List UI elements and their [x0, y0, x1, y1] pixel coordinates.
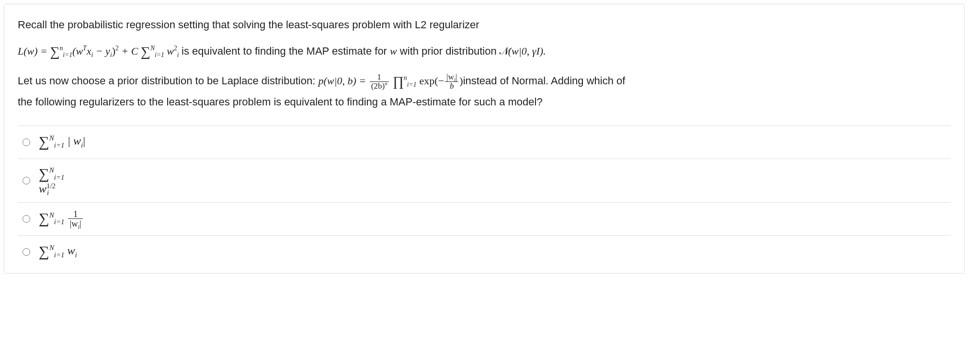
normal-args: (w|0, γI). — [508, 45, 546, 57]
option-d-radio[interactable] — [23, 248, 30, 256]
frac1-den: (2b)n — [370, 81, 389, 91]
exp-close: ) — [459, 75, 463, 87]
sum2: ∑ — [141, 44, 150, 59]
prompt-line4: the following regularizers to the least-… — [18, 96, 543, 108]
sum1-close: ) — [112, 45, 115, 57]
question-card: Recall the probabilistic regression sett… — [4, 4, 965, 274]
sum1-body-open: (w — [72, 45, 83, 57]
frac2-num: |wi| — [445, 73, 458, 81]
option-c-math: ∑Ni=1 1 |wi| — [39, 209, 84, 229]
prompt-line3-wrap: Let us now choose a prior distribution t… — [18, 70, 951, 111]
sum1-minus-y: − y — [93, 45, 110, 57]
w-var: w — [390, 45, 397, 57]
prompt-line3-after: instead of Normal. Adding which of — [463, 75, 626, 87]
option-d-math: ∑Ni=1 wi — [39, 243, 77, 260]
normal-N: 𝒩 — [500, 45, 508, 57]
frac2-den: b — [445, 81, 458, 91]
sum1-T: T — [83, 45, 87, 52]
sum2-wexp: 2 — [174, 45, 177, 52]
frac1-num: 1 — [370, 73, 389, 81]
prompt-line3a: Let us now choose a prior distribution t… — [18, 75, 318, 87]
sum2-bot: i=1 — [155, 51, 164, 58]
product-bot: i=1 — [407, 81, 417, 88]
prompt-line2: L(w) = ∑ni=1(wTxi − yi)2 + C ∑Ni=1 w2i i… — [18, 40, 951, 63]
sum1: ∑ — [50, 44, 59, 59]
option-b-radio[interactable] — [23, 177, 30, 184]
plus-C: + C — [119, 45, 141, 57]
option-d[interactable]: ∑Ni=1 wi — [18, 236, 951, 268]
option-c-radio[interactable] — [23, 215, 30, 223]
prompt-line1: Recall the probabilistic regression sett… — [18, 19, 479, 31]
prompt-line2-after: is equivalent to finding the MAP estimat… — [182, 45, 390, 57]
L-of-w: L(w) = — [18, 45, 50, 57]
option-c[interactable]: ∑Ni=1 1 |wi| — [18, 203, 951, 236]
laplace-p: p(w|0, b) = — [318, 75, 368, 87]
exp-open: exp(− — [420, 75, 444, 87]
option-a-radio[interactable] — [23, 138, 30, 146]
option-c-frac: 1 |wi| — [67, 209, 83, 229]
product: ∏ — [393, 74, 404, 89]
sum2-wi: i — [177, 51, 179, 58]
frac-wi-over-b: |wi| b — [444, 73, 459, 91]
frac-1-over-2bn: 1 (2b)n — [369, 73, 390, 91]
sum2-w: w — [164, 45, 174, 57]
question-prompt: Recall the probabilistic regression sett… — [18, 16, 951, 111]
product-top: n — [404, 75, 407, 82]
sum1-bot: i=1 — [63, 51, 72, 58]
option-a[interactable]: ∑Ni=1 | wi| — [18, 126, 951, 159]
option-b-math: ∑Ni=1 w1/2i — [39, 166, 78, 195]
sum2-top: N — [150, 45, 155, 52]
option-b[interactable]: ∑Ni=1 w1/2i — [18, 159, 951, 203]
sum1-sq: 2 — [115, 45, 119, 52]
option-a-math: ∑Ni=1 | wi| — [39, 134, 85, 150]
prompt-line2-after2: with prior distribution — [397, 45, 500, 57]
sum1-x: x — [87, 45, 91, 57]
options-list: ∑Ni=1 | wi| ∑Ni=1 w1/2i ∑Ni=1 1 |wi| ∑Ni… — [18, 126, 951, 268]
